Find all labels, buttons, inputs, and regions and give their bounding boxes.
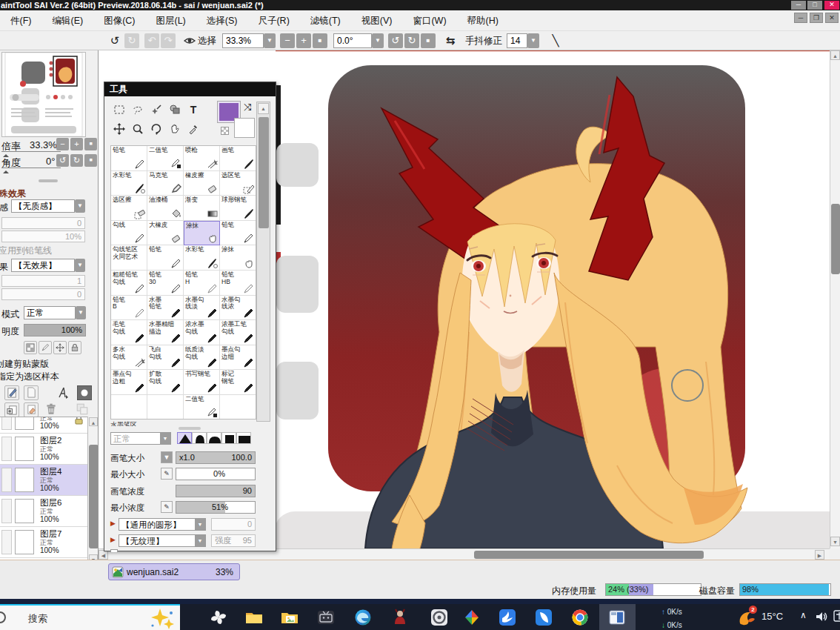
clipped-checkbox[interactable] — [110, 549, 118, 552]
photos-icon[interactable] — [462, 608, 481, 627]
eyedropper-icon[interactable] — [184, 121, 202, 139]
menu-item-1[interactable]: 编辑(E) — [41, 10, 93, 31]
tool-cell-墨点勾 边细[interactable]: 墨点勾 边细 — [220, 345, 256, 371]
ime-indicator-partial[interactable] — [833, 609, 840, 625]
edge-icon[interactable] — [353, 608, 373, 627]
tool-cell-铅笔 B[interactable]: 铅笔 B — [111, 296, 147, 321]
layer-checker-icon[interactable] — [24, 341, 37, 354]
rotate-ccw-button[interactable]: ↺ — [388, 33, 403, 48]
tool-list-scrollbar[interactable]: ▲ — [256, 102, 270, 422]
mdi-minimize-button[interactable]: ─ — [794, 13, 807, 23]
tool-cell-铅笔[interactable]: 铅笔 — [111, 146, 147, 171]
tool-cell-粗糙铅笔 勾线[interactable]: 粗糙铅笔 勾线 — [111, 271, 147, 296]
horizontal-scroll-thumb[interactable] — [474, 551, 704, 559]
menu-item-5[interactable]: 尺子(R) — [247, 10, 299, 31]
vertical-scroll-thumb[interactable] — [831, 204, 840, 274]
hand-icon[interactable] — [166, 121, 184, 139]
tool-cell-书写钢笔[interactable]: 书写钢笔 — [184, 370, 220, 395]
tool-cell-橡皮擦[interactable]: 橡皮擦 — [184, 171, 220, 196]
layer-move-icon[interactable] — [53, 341, 67, 354]
menu-item-0[interactable]: 件(F) — [0, 10, 41, 31]
tool-cell-水墨精细 描边[interactable]: 水墨精细 描边 — [147, 320, 184, 345]
tool-cell-选区擦[interactable]: 选区擦 — [111, 196, 147, 221]
layer-visibility-toggle[interactable] — [1, 417, 12, 430]
layer-item-图层7[interactable]: 图层7正常100% — [0, 527, 87, 558]
min-size-slider[interactable]: 0% — [176, 468, 256, 480]
zoom-combo[interactable]: 33.3% — [222, 33, 264, 48]
selection-eye-icon[interactable] — [183, 33, 196, 48]
shape-expander-icon[interactable]: ▶ — [110, 520, 116, 527]
layer-list-scrollbar[interactable]: ▲ ▼ — [87, 417, 99, 560]
navigator-preview[interactable] — [1, 52, 86, 137]
tool-cell-飞白 勾线[interactable]: 飞白 勾线 — [147, 345, 184, 371]
tool-cell-二值笔[interactable]: 二值笔 — [147, 146, 184, 171]
tool-cell-二值笔[interactable]: 二值笔 — [184, 395, 220, 420]
nav-zoom-out-button[interactable]: − — [56, 138, 69, 150]
zoom-out-button[interactable]: − — [280, 33, 295, 48]
layer-thumbnail[interactable] — [15, 530, 34, 554]
brush-mode-select[interactable]: 正常▼ — [110, 432, 171, 445]
layer-thumbnail[interactable] — [15, 417, 34, 430]
netease-music-icon[interactable] — [430, 608, 449, 627]
mask-icon[interactable] — [77, 385, 92, 400]
panel-divider-handle[interactable] — [39, 179, 58, 182]
stabilizer-combo[interactable]: 14 — [507, 33, 527, 48]
angle-combo[interactable]: 0.0° — [333, 33, 372, 48]
tool-cell-浓墨工笔 勾线[interactable]: 浓墨工笔 勾线 — [220, 320, 256, 345]
create-clip-mask-button[interactable]: 创建剪贴蒙版 — [0, 358, 49, 371]
brush-tip-shape-0[interactable] — [177, 432, 192, 444]
brush-texture-select[interactable]: 【无纹理】▼ — [119, 534, 206, 547]
tool-cell-多水 勾线[interactable]: 多水 勾线 — [111, 345, 147, 371]
layer-thumbnail[interactable] — [15, 437, 34, 461]
tool-cell-水墨勾 线淡[interactable]: 水墨勾 线淡 — [184, 296, 220, 321]
tool-cell-纸质淡 勾线[interactable]: 纸质淡 勾线 — [184, 345, 220, 371]
new-linework-layer-icon[interactable] — [4, 385, 19, 400]
document-tab[interactable]: wenjuan.sai2 33% — [108, 563, 240, 580]
opacity-slider[interactable]: 100% — [24, 324, 86, 336]
zoom-slider[interactable] — [1, 151, 61, 152]
zoom-in-button[interactable]: + — [296, 33, 311, 48]
brush-size-slider[interactable]: x1.0 100.0 — [176, 451, 256, 464]
layer-scroll-up-icon[interactable]: ▲ — [89, 417, 98, 426]
brush-size-unit-dropdown[interactable]: ▼ — [161, 451, 173, 463]
layer-item-图层4[interactable]: 图层4正常100% — [0, 465, 87, 496]
min-size-pressure-icon[interactable]: ✎ — [161, 468, 173, 480]
tool-scroll-up-icon[interactable]: ▲ — [258, 103, 269, 114]
new-layer-icon[interactable] — [4, 402, 19, 417]
tool-cell-涂抹[interactable]: 涂抹 — [184, 221, 220, 246]
bilibili-icon[interactable] — [316, 608, 336, 627]
canvas-vertical-scrollbar[interactable]: ▲ ▼ — [830, 50, 840, 548]
lasso-icon[interactable] — [129, 102, 147, 119]
brush-tip-shape-2[interactable] — [207, 432, 221, 444]
tool-cell-empty[interactable] — [147, 395, 184, 420]
zoom-icon[interactable] — [129, 121, 147, 139]
tool-scroll-thumb[interactable] — [259, 117, 269, 228]
menu-item-2[interactable]: 图像(C) — [93, 10, 145, 31]
clear-layer-icon[interactable] — [24, 402, 39, 417]
shape-param-field[interactable]: 0 — [211, 518, 256, 531]
texture-strength-field[interactable]: 强度 95 — [211, 534, 256, 547]
tool-window-divider[interactable] — [179, 427, 201, 430]
selection-sample-button[interactable]: 指定为选区样本 — [0, 371, 59, 383]
brush-tip-shape-3[interactable] — [221, 432, 236, 444]
tool-cell-墨点勾 边粗[interactable]: 墨点勾 边粗 — [111, 370, 147, 395]
tool-cell-画笔[interactable]: 画笔 — [220, 146, 256, 171]
tool-window-title[interactable]: 工具 — [104, 82, 276, 96]
tool-cell-涂抹[interactable]: 涂抹 — [220, 245, 256, 271]
tool-cell-铅笔[interactable]: 铅笔 — [220, 221, 256, 246]
layer-scroll-down-icon[interactable]: ▼ — [89, 554, 98, 560]
layer-thumbnail[interactable] — [15, 499, 34, 523]
stabilizer-dropdown-icon[interactable]: ▼ — [527, 33, 539, 48]
menu-item-7[interactable]: 视图(V) — [351, 10, 403, 31]
weather-icon[interactable]: 2 — [737, 609, 756, 629]
nav-angle-reset-button[interactable]: ■ — [84, 154, 97, 167]
menu-item-3[interactable]: 图层(L) — [146, 10, 196, 31]
layer-item-图层6[interactable]: 图层6正常100% — [0, 496, 87, 527]
min-density-slider[interactable]: 51% — [176, 501, 256, 514]
quark-icon[interactable] — [534, 608, 553, 627]
new-paper-icon[interactable] — [24, 385, 39, 400]
tool-cell-球形钢笔[interactable]: 球形钢笔 — [220, 196, 256, 221]
nav-rotate-ccw-button[interactable]: ↺ — [56, 154, 69, 167]
tool-cell-渐变[interactable]: 渐变 — [184, 196, 220, 221]
tool-cell-大橡皮[interactable]: 大橡皮 — [147, 221, 184, 246]
